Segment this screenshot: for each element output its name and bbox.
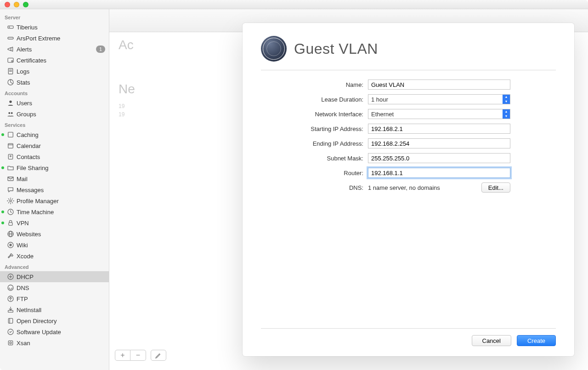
sidebar-item-tiberius[interactable]: Tiberius <box>0 22 109 33</box>
titlebar <box>0 0 588 9</box>
stats-icon <box>6 78 15 86</box>
dhcp-network-sheet: Guest VLAN Name: Lease Duration: 1 hour … <box>243 23 574 356</box>
sidebar-item-label: Time Machine <box>17 209 105 216</box>
sidebar-item-software-update[interactable]: Software Update <box>0 326 109 337</box>
sidebar-item-dns[interactable]: DNS <box>0 282 109 293</box>
sidebar-item-contacts[interactable]: Contacts <box>0 151 109 162</box>
sidebar-item-alerts[interactable]: Alerts1 <box>0 44 109 55</box>
sidebar-item-wiki[interactable]: Wiki <box>0 239 109 250</box>
svg-point-27 <box>8 285 13 290</box>
sidebar-item-xsan[interactable]: Xsan <box>0 337 109 348</box>
svg-point-9 <box>9 101 11 103</box>
sidebar-item-dhcp[interactable]: DHCP <box>0 271 109 282</box>
logs-icon <box>6 67 15 75</box>
svg-point-11 <box>11 112 13 114</box>
label-dns: DNS: <box>261 184 368 191</box>
sidebar-item-users[interactable]: Users <box>0 97 109 108</box>
sidebar-item-xcode[interactable]: Xcode <box>0 250 109 262</box>
sidebar-item-websites[interactable]: Websites <box>0 228 109 239</box>
sidebar-section-services: Services <box>0 120 109 129</box>
caching-icon <box>6 131 15 139</box>
create-button[interactable]: Create <box>517 335 556 346</box>
svg-rect-29 <box>8 310 13 312</box>
timemachine-icon <box>6 208 15 216</box>
lease-duration-select[interactable]: 1 hour ▲▼ <box>368 94 510 104</box>
sidebar-item-label: Messages <box>17 187 105 194</box>
svg-point-34 <box>10 342 11 344</box>
main-pane: Ac Ne 19 19 + − Guest VLAN <box>109 9 588 370</box>
cancel-button[interactable]: Cancel <box>472 335 511 346</box>
dns-summary: 1 name server, no domains <box>368 184 476 191</box>
sidebar-item-netinstall[interactable]: NetInstall <box>0 304 109 315</box>
sidebar-item-vpn[interactable]: VPN <box>0 217 109 228</box>
alert-count-badge: 1 <box>96 46 105 53</box>
wiki-icon <box>6 241 15 249</box>
svg-rect-12 <box>8 132 13 137</box>
dns-edit-button[interactable]: Edit... <box>481 182 510 193</box>
sidebar-item-label: Xsan <box>17 340 105 347</box>
starting-ip-field[interactable] <box>368 124 510 134</box>
sidebar-item-label: FTP <box>17 296 105 302</box>
user-icon <box>6 99 15 107</box>
svg-point-18 <box>10 200 11 202</box>
sidebar-item-logs[interactable]: Logs <box>0 66 109 77</box>
sidebar-item-time-machine[interactable]: Time Machine <box>0 206 109 217</box>
sidebar-item-label: Certificates <box>17 57 105 64</box>
sidebar-item-caching[interactable]: Caching <box>0 129 109 140</box>
select-stepper-icon: ▲▼ <box>503 95 510 104</box>
name-field[interactable] <box>368 80 510 90</box>
select-stepper-icon: ▲▼ <box>503 109 510 119</box>
contacts-icon <box>6 153 15 161</box>
label-name: Name: <box>261 81 368 88</box>
label-start-ip: Starting IP Address: <box>261 125 368 132</box>
label-router: Router: <box>261 170 368 176</box>
dns-icon <box>6 284 15 292</box>
svg-rect-13 <box>8 143 13 148</box>
svg-rect-30 <box>8 319 12 324</box>
sidebar-item-certificates[interactable]: Certificates <box>0 55 109 66</box>
sidebar-item-groups[interactable]: Groups <box>0 108 109 120</box>
globe-icon <box>6 230 15 238</box>
sidebar-item-open-directory[interactable]: Open Directory <box>0 315 109 326</box>
calendar-icon <box>6 142 15 150</box>
sidebar-item-label: ArsPort Extreme <box>17 35 105 42</box>
network-interface-select[interactable]: Ethernet ▲▼ <box>368 109 510 119</box>
svg-rect-20 <box>9 222 12 225</box>
sidebar-item-label: File Sharing <box>17 165 105 171</box>
sidebar-item-stats[interactable]: Stats <box>0 77 109 88</box>
sidebar-item-label: Xcode <box>17 253 105 260</box>
label-end-ip: Ending IP Address: <box>261 140 368 147</box>
sheet-title: Guest VLAN <box>294 40 378 57</box>
sidebar-item-arsport-extreme[interactable]: ArsPort Extreme <box>0 33 109 44</box>
sidebar-item-messages[interactable]: Messages <box>0 184 109 195</box>
sidebar-item-profile-manager[interactable]: Profile Manager <box>0 195 109 206</box>
sidebar-item-label: Wiki <box>17 242 105 249</box>
sidebar-item-label: Mail <box>17 176 105 182</box>
subnet-mask-field[interactable] <box>368 153 510 163</box>
certificate-icon <box>6 56 15 64</box>
ending-ip-field[interactable] <box>368 138 510 148</box>
zoom-window-button[interactable] <box>23 2 28 7</box>
svg-point-1 <box>9 27 10 27</box>
app-window: Server TiberiusArsPort ExtremeAlerts1Cer… <box>0 0 588 370</box>
sidebar-item-file-sharing[interactable]: File Sharing <box>0 162 109 173</box>
label-lease: Lease Duration: <box>261 96 368 103</box>
sidebar-item-calendar[interactable]: Calendar <box>0 140 109 151</box>
megaphone-icon <box>6 45 15 53</box>
sidebar-item-label: Software Update <box>17 329 105 336</box>
messages-icon <box>6 186 15 194</box>
sidebar-item-label: Groups <box>17 111 105 118</box>
sidebar-item-label: DNS <box>17 285 105 291</box>
close-window-button[interactable] <box>5 2 10 7</box>
svg-point-10 <box>8 112 10 114</box>
sidebar-item-label: Websites <box>17 231 105 238</box>
sidebar-item-ftp[interactable]: FTP <box>0 293 109 304</box>
router-field[interactable] <box>368 168 510 178</box>
sidebar-item-mail[interactable]: Mail <box>0 173 109 184</box>
directory-icon <box>6 317 15 325</box>
sidebar-item-label: Stats <box>17 79 105 86</box>
minimize-window-button[interactable] <box>14 2 19 7</box>
gear-icon <box>6 197 15 205</box>
lock-icon <box>6 219 15 227</box>
sidebar-item-label: Open Directory <box>17 318 105 324</box>
